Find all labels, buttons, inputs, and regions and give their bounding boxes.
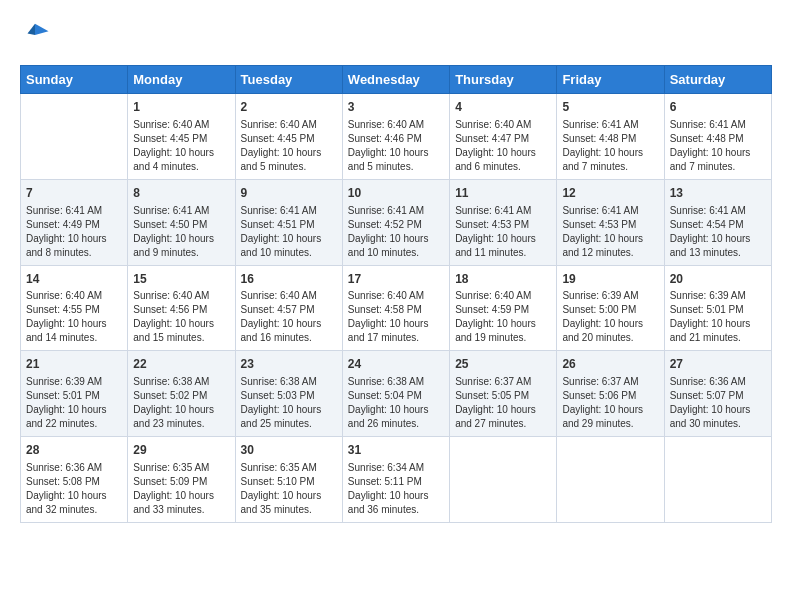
calendar-cell: 25Sunrise: 6:37 AMSunset: 5:05 PMDayligh… xyxy=(450,351,557,437)
day-info: Sunset: 5:08 PM xyxy=(26,475,122,489)
calendar-cell: 3Sunrise: 6:40 AMSunset: 4:46 PMDaylight… xyxy=(342,94,449,180)
day-info: Sunset: 4:45 PM xyxy=(241,132,337,146)
page-header xyxy=(20,20,772,50)
calendar-week-row: 21Sunrise: 6:39 AMSunset: 5:01 PMDayligh… xyxy=(21,351,772,437)
day-info: Daylight: 10 hours xyxy=(455,232,551,246)
day-number: 18 xyxy=(455,271,551,288)
day-number: 15 xyxy=(133,271,229,288)
day-info: and 25 minutes. xyxy=(241,417,337,431)
calendar-cell: 8Sunrise: 6:41 AMSunset: 4:50 PMDaylight… xyxy=(128,179,235,265)
svg-marker-0 xyxy=(35,24,49,35)
day-info: Sunset: 5:01 PM xyxy=(670,303,766,317)
day-info: Daylight: 10 hours xyxy=(455,146,551,160)
day-info: Sunrise: 6:41 AM xyxy=(133,204,229,218)
day-info: Sunset: 5:00 PM xyxy=(562,303,658,317)
day-info: Daylight: 10 hours xyxy=(670,403,766,417)
day-info: Daylight: 10 hours xyxy=(348,317,444,331)
calendar-cell: 20Sunrise: 6:39 AMSunset: 5:01 PMDayligh… xyxy=(664,265,771,351)
calendar-cell: 22Sunrise: 6:38 AMSunset: 5:02 PMDayligh… xyxy=(128,351,235,437)
day-info: Sunset: 5:07 PM xyxy=(670,389,766,403)
day-info: Sunrise: 6:37 AM xyxy=(455,375,551,389)
day-info: Daylight: 10 hours xyxy=(670,232,766,246)
day-info: Sunrise: 6:36 AM xyxy=(670,375,766,389)
day-number: 27 xyxy=(670,356,766,373)
calendar-cell: 10Sunrise: 6:41 AMSunset: 4:52 PMDayligh… xyxy=(342,179,449,265)
day-info: Sunrise: 6:41 AM xyxy=(562,118,658,132)
day-info: and 26 minutes. xyxy=(348,417,444,431)
day-number: 21 xyxy=(26,356,122,373)
calendar-cell: 1Sunrise: 6:40 AMSunset: 4:45 PMDaylight… xyxy=(128,94,235,180)
day-info: Sunset: 4:52 PM xyxy=(348,218,444,232)
day-info: Sunrise: 6:40 AM xyxy=(133,289,229,303)
day-number: 10 xyxy=(348,185,444,202)
day-info: Sunrise: 6:41 AM xyxy=(562,204,658,218)
day-info: Sunrise: 6:41 AM xyxy=(26,204,122,218)
day-info: and 29 minutes. xyxy=(562,417,658,431)
day-number: 14 xyxy=(26,271,122,288)
calendar-cell: 4Sunrise: 6:40 AMSunset: 4:47 PMDaylight… xyxy=(450,94,557,180)
day-info: Daylight: 10 hours xyxy=(26,317,122,331)
day-number: 7 xyxy=(26,185,122,202)
day-info: and 23 minutes. xyxy=(133,417,229,431)
day-info: Sunset: 4:53 PM xyxy=(562,218,658,232)
day-info: Sunset: 5:01 PM xyxy=(26,389,122,403)
calendar-cell: 21Sunrise: 6:39 AMSunset: 5:01 PMDayligh… xyxy=(21,351,128,437)
day-info: Daylight: 10 hours xyxy=(26,232,122,246)
day-info: Daylight: 10 hours xyxy=(670,146,766,160)
calendar-cell: 2Sunrise: 6:40 AMSunset: 4:45 PMDaylight… xyxy=(235,94,342,180)
calendar-cell: 29Sunrise: 6:35 AMSunset: 5:09 PMDayligh… xyxy=(128,437,235,523)
calendar-cell: 18Sunrise: 6:40 AMSunset: 4:59 PMDayligh… xyxy=(450,265,557,351)
day-info: Sunrise: 6:40 AM xyxy=(26,289,122,303)
weekday-header-wednesday: Wednesday xyxy=(342,66,449,94)
day-info: Daylight: 10 hours xyxy=(562,317,658,331)
day-info: and 36 minutes. xyxy=(348,503,444,517)
day-info: Sunrise: 6:40 AM xyxy=(455,118,551,132)
day-number: 22 xyxy=(133,356,229,373)
day-info: Sunrise: 6:40 AM xyxy=(455,289,551,303)
day-info: Sunrise: 6:41 AM xyxy=(670,118,766,132)
calendar-table: SundayMondayTuesdayWednesdayThursdayFrid… xyxy=(20,65,772,523)
calendar-cell: 6Sunrise: 6:41 AMSunset: 4:48 PMDaylight… xyxy=(664,94,771,180)
day-number: 4 xyxy=(455,99,551,116)
day-info: and 30 minutes. xyxy=(670,417,766,431)
calendar-cell: 27Sunrise: 6:36 AMSunset: 5:07 PMDayligh… xyxy=(664,351,771,437)
day-info: Sunset: 4:58 PM xyxy=(348,303,444,317)
day-info: Sunset: 5:06 PM xyxy=(562,389,658,403)
weekday-header-row: SundayMondayTuesdayWednesdayThursdayFrid… xyxy=(21,66,772,94)
calendar-cell xyxy=(450,437,557,523)
day-info: Sunset: 4:46 PM xyxy=(348,132,444,146)
day-info: Daylight: 10 hours xyxy=(348,146,444,160)
day-number: 11 xyxy=(455,185,551,202)
weekday-header-friday: Friday xyxy=(557,66,664,94)
weekday-header-sunday: Sunday xyxy=(21,66,128,94)
day-number: 26 xyxy=(562,356,658,373)
day-info: Sunset: 4:54 PM xyxy=(670,218,766,232)
day-info: Sunset: 5:11 PM xyxy=(348,475,444,489)
calendar-week-row: 7Sunrise: 6:41 AMSunset: 4:49 PMDaylight… xyxy=(21,179,772,265)
day-info: and 14 minutes. xyxy=(26,331,122,345)
day-info: Sunrise: 6:41 AM xyxy=(670,204,766,218)
day-number: 20 xyxy=(670,271,766,288)
day-info: Daylight: 10 hours xyxy=(348,232,444,246)
day-info: Sunset: 5:05 PM xyxy=(455,389,551,403)
day-info: Sunset: 4:45 PM xyxy=(133,132,229,146)
day-info: Sunset: 4:51 PM xyxy=(241,218,337,232)
day-info: Sunset: 4:59 PM xyxy=(455,303,551,317)
calendar-cell: 24Sunrise: 6:38 AMSunset: 5:04 PMDayligh… xyxy=(342,351,449,437)
day-number: 28 xyxy=(26,442,122,459)
day-info: Sunrise: 6:39 AM xyxy=(562,289,658,303)
day-info: Sunrise: 6:40 AM xyxy=(348,118,444,132)
calendar-cell xyxy=(21,94,128,180)
day-info: Daylight: 10 hours xyxy=(670,317,766,331)
day-info: Sunrise: 6:36 AM xyxy=(26,461,122,475)
day-number: 17 xyxy=(348,271,444,288)
day-info: Sunrise: 6:40 AM xyxy=(348,289,444,303)
day-info: Daylight: 10 hours xyxy=(26,403,122,417)
day-info: and 22 minutes. xyxy=(26,417,122,431)
calendar-cell: 17Sunrise: 6:40 AMSunset: 4:58 PMDayligh… xyxy=(342,265,449,351)
day-info: and 5 minutes. xyxy=(348,160,444,174)
calendar-cell: 28Sunrise: 6:36 AMSunset: 5:08 PMDayligh… xyxy=(21,437,128,523)
day-info: Daylight: 10 hours xyxy=(455,317,551,331)
day-number: 12 xyxy=(562,185,658,202)
day-info: Daylight: 10 hours xyxy=(133,232,229,246)
